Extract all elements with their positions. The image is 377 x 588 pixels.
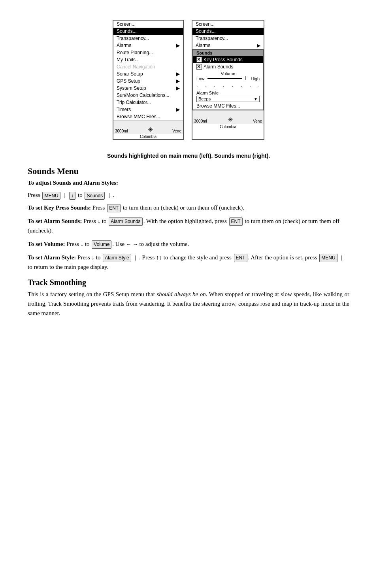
volume-label: Volume <box>193 70 263 76</box>
arrow-icon-2: ▶ <box>176 71 180 77</box>
volume-slider-track <box>207 78 242 79</box>
key-press-sounds-bold: To set Key Press Sounds: <box>28 204 91 211</box>
menu-item-transparency: Transparency... <box>113 35 183 42</box>
dot2: · <box>205 83 206 89</box>
volume-slider-row: Low ⊢ High <box>193 76 263 83</box>
menu-item-cancel-nav: Cancel Navigation <box>113 63 183 70</box>
right-menu-item-screen: Screen... <box>192 21 264 28</box>
arrow-icon-4: ▶ <box>176 85 180 91</box>
arrow-icon: ▶ <box>176 43 180 48</box>
menu-item-trails: My Trails... <box>113 56 183 63</box>
menu-item-system: System Setup ▶ <box>113 85 183 92</box>
alarm-style-section: Alarm Style <box>193 90 263 95</box>
pipe3: | <box>135 254 136 261</box>
menu-item-alarms: Alarms ▶ <box>113 42 183 49</box>
alarm-style-bold: To set Alarm Style: <box>28 254 76 261</box>
submenu-header: Sounds <box>193 50 263 56</box>
pipe2: | <box>109 192 110 198</box>
menu-item-timers: Timers ▶ <box>113 106 183 113</box>
volume-instruction: To set Volume: Press ↓ to Volume. Use ← … <box>28 239 349 249</box>
volume-low-label: Low <box>196 76 204 81</box>
alarm-sounds-bold: To set Alarm Sounds: <box>28 218 82 224</box>
sounds-key: Sounds <box>85 192 105 200</box>
pipe1: | <box>64 192 66 198</box>
select-dropdown-arrow: ▼ <box>254 97 258 101</box>
left-arrow-icon: ← <box>126 241 131 247</box>
key-press-sounds-instruction: To set Key Press Sounds: Press ENT to tu… <box>28 203 349 212</box>
menu-item-screen: Screen... <box>113 21 183 28</box>
dot3: · <box>214 83 215 89</box>
right-compass: ✳ <box>228 116 233 123</box>
volume-high-label: High <box>251 76 260 81</box>
sounds-submenu: Sounds Key Press Sounds Alarm Sounds Vol… <box>192 49 264 110</box>
right-menu-item-transparency: Transparency... <box>192 35 264 42</box>
dot7: · <box>249 83 251 89</box>
right-menu-panel: Screen... Sounds... Transparency... Alar… <box>192 20 264 140</box>
alarm-sounds-item: Alarm Sounds <box>193 63 263 70</box>
enter-key-3: ENT <box>234 254 247 262</box>
right-map-region: Vene <box>253 119 262 123</box>
track-smoothing-body: This is a factory setting on the GPS Set… <box>28 289 349 318</box>
pipe4: | <box>341 254 342 261</box>
menu-item-gps: GPS Setup ▶ <box>113 78 183 85</box>
alarm-style-value: Beeps <box>198 96 211 101</box>
left-compass: ✳ <box>148 126 153 133</box>
left-map-country: Colombia <box>113 134 183 139</box>
menu-item-trip: Trip Calculator... <box>113 99 183 106</box>
main-content: Sounds Menu To adjust Sounds and Alarm S… <box>24 166 353 318</box>
dot5: · <box>232 83 233 89</box>
arrow-icon-6: ▶ <box>257 43 260 48</box>
right-menu-item-sounds: Sounds... <box>192 28 264 35</box>
dot1: · <box>196 83 198 89</box>
alarm-sounds-label: Alarm Sounds <box>204 64 233 70</box>
track-smoothing-heading: Track Smoothing <box>28 278 349 287</box>
key-press-checkbox <box>196 57 202 62</box>
right-map-scale: 3000mi <box>194 119 207 123</box>
volume-bold: To set Volume: <box>28 241 65 247</box>
menu-item-sounds: Sounds... <box>113 28 183 35</box>
dot4: · <box>223 83 224 89</box>
sounds-menu-subheading: To adjust Sounds and Alarm Styles: <box>28 178 349 187</box>
dot6: · <box>241 83 242 89</box>
adjust-instruction: Press MENU | ↓ to Sounds | . <box>28 191 349 200</box>
dot8: · <box>258 83 260 89</box>
left-map-region: Vene <box>172 129 181 133</box>
menu-item-sunmoon: Sun/Moon Calculations... <box>113 92 183 99</box>
browse-mmc-item: Browse MMC Files... <box>193 102 263 110</box>
volume-key: Volume <box>92 240 111 249</box>
sounds-menu-heading: Sounds Menu <box>28 166 349 176</box>
enter-key: ENT <box>107 204 121 212</box>
left-map-footer: 3000mi ✳ Vene <box>113 120 183 134</box>
screenshot-caption: Sounds highlighted on main menu (left). … <box>24 153 353 159</box>
menu-item-route: Route Planning... <box>113 49 183 56</box>
right-arrow-icon: → <box>133 241 138 247</box>
key-press-sounds-item: Key Press Sounds <box>193 56 263 63</box>
menu-item-browse: Browse MMC Files... <box>113 113 183 120</box>
right-menu-item-alarms: Alarms ▶ <box>192 42 264 49</box>
alarm-style-select: Beeps ▼ <box>196 96 260 102</box>
right-map-footer: 3000mi ✳ Vene <box>192 110 264 124</box>
alarm-sounds-key: Alarm Sounds <box>109 217 142 226</box>
down-key: ↓ <box>69 192 75 200</box>
track-smoothing-emphasis: should always be on <box>156 291 205 297</box>
alarm-style-key: Alarm Style <box>103 254 131 262</box>
right-map-country: Colombia <box>192 124 264 129</box>
menu-key-2: MENU <box>319 254 337 262</box>
left-menu-panel: Screen... Sounds... Transparency... Alar… <box>113 20 184 140</box>
volume-divider: ⊢ <box>245 76 249 81</box>
alarm-sounds-instruction: To set Alarm Sounds: Press ↓ to Alarm So… <box>28 216 349 235</box>
enter-key-2: ENT <box>229 217 243 226</box>
alarm-style-instruction: To set Alarm Style: Press ↓ to Alarm Sty… <box>28 253 349 272</box>
arrow-icon-5: ▶ <box>176 107 180 112</box>
alarm-sounds-checkbox <box>196 64 202 70</box>
screenshot-area: Screen... Sounds... Transparency... Alar… <box>24 12 353 148</box>
left-map-scale: 3000mi <box>115 129 128 133</box>
key-press-label: Key Press Sounds <box>204 57 243 62</box>
arrow-icon-3: ▶ <box>176 78 180 84</box>
menu-item-sonar: Sonar Setup ▶ <box>113 70 183 78</box>
menu-key: MENU <box>42 192 60 200</box>
slider-dots: · · · · · · · · <box>193 83 263 90</box>
